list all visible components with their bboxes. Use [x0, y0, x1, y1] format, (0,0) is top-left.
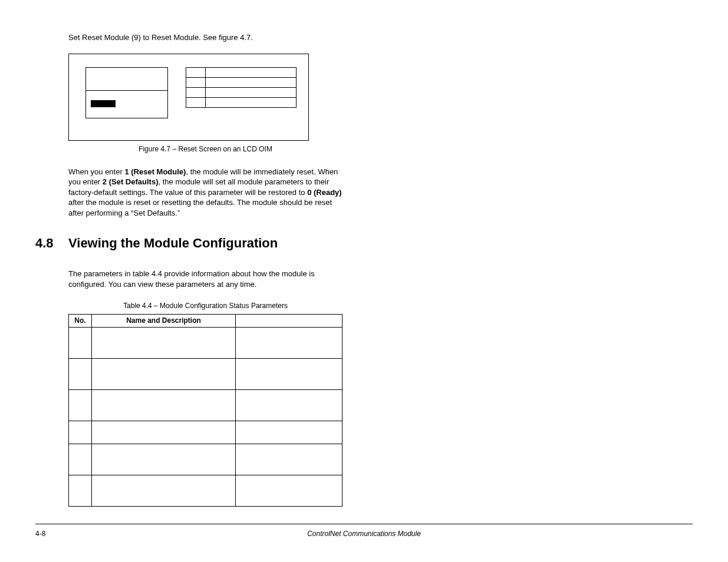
- section-title: Viewing the Module Configuration: [68, 234, 278, 252]
- cell-details: [236, 421, 342, 444]
- cell-details: [236, 475, 342, 506]
- footer-doc-title: ControlNet Communications Module: [68, 529, 693, 538]
- cell-details: [236, 444, 342, 475]
- section-number: 4.8: [35, 234, 68, 252]
- intro-line: Set Reset Module (9) to Reset Module. Se…: [68, 32, 342, 43]
- section-heading: 4.8 Viewing the Module Configuration: [35, 234, 693, 252]
- cell-no: [69, 421, 92, 444]
- cell-name: [92, 358, 236, 389]
- section: 4.8 Viewing the Module Configuration: [35, 234, 693, 252]
- cell-no: [69, 358, 92, 389]
- table-row: [69, 444, 342, 475]
- cell-no: [69, 327, 92, 358]
- cell-details: [236, 358, 342, 389]
- table-header-row: No. Name and Description: [69, 315, 342, 327]
- cell-name: [92, 327, 236, 358]
- table-row: [69, 421, 342, 444]
- figure-row: [186, 97, 297, 107]
- cell-no: [69, 444, 92, 475]
- text: after the module is reset or resetting t…: [68, 198, 332, 217]
- figure-right-panel: [186, 67, 297, 107]
- section-content: The parameters in table 4.4 provide info…: [68, 269, 342, 506]
- figure-highlight: [91, 100, 116, 107]
- col-name: Name and Description: [92, 315, 236, 327]
- page-content: Set Reset Module (9) to Reset Module. Se…: [68, 32, 342, 218]
- figure-row: [186, 67, 297, 77]
- cell-no: [69, 389, 92, 421]
- col-details: [236, 315, 342, 327]
- figure-row: [186, 87, 297, 97]
- text-bold: 1 (Reset Module): [124, 167, 186, 176]
- figure-left-panel: [85, 67, 168, 118]
- figure-cell: [85, 67, 168, 91]
- table-row: [69, 475, 342, 506]
- text-bold: 0 (Ready): [307, 188, 342, 197]
- text: When you enter: [68, 167, 124, 176]
- page-number: 4-8: [35, 529, 68, 538]
- paragraph: When you enter 1 (Reset Module), the mod…: [68, 167, 342, 219]
- cell-name: [92, 444, 236, 475]
- table-caption: Table 4.4 – Module Configuration Status …: [68, 301, 342, 310]
- cell-details: [236, 327, 342, 358]
- document-page: Set Reset Module (9) to Reset Module. Se…: [0, 0, 728, 562]
- table-row: [69, 389, 342, 421]
- text-bold: 2 (Set Defaults): [103, 177, 159, 186]
- page-footer: 4-8 ControlNet Communications Module: [35, 524, 693, 538]
- cell-details: [236, 389, 342, 421]
- col-no: No.: [69, 315, 92, 327]
- figure-cell: [85, 90, 168, 118]
- params-table: No. Name and Description: [68, 314, 342, 506]
- cell-name: [92, 421, 236, 444]
- cell-no: [69, 475, 92, 506]
- figure-row: [186, 77, 297, 87]
- table-row: [69, 358, 342, 389]
- figure-caption: Figure 4.7 – Reset Screen on an LCD OIM: [68, 144, 342, 154]
- figure-box: [68, 54, 309, 141]
- cell-name: [92, 389, 236, 421]
- table-row: [69, 327, 342, 358]
- paragraph: The parameters in table 4.4 provide info…: [68, 269, 342, 289]
- cell-name: [92, 475, 236, 506]
